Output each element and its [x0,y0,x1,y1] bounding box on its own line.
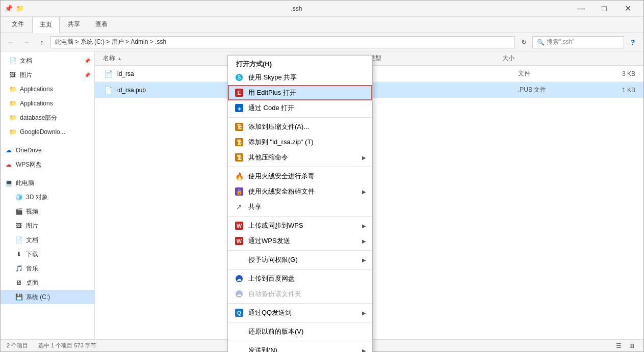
shred-icon: 🔒 [234,186,244,197]
tab-share[interactable]: 共享 [61,17,87,33]
ctx-item-baidu[interactable]: ☁ 上传到百度网盘 [228,271,372,286]
grid-view-button[interactable]: ⊞ [626,341,637,351]
folder3-icon: 📁 [9,114,17,122]
ctx-item-shred[interactable]: 🔒 使用火绒安全粉碎文件 ▶ [228,184,372,199]
qq-icon: Q [234,308,244,318]
sidebar-item-onedrive[interactable]: ☁ OneDrive [1,143,94,157]
ctx-item-compress-other[interactable]: 🗜 其他压缩命令 ▶ [228,150,372,165]
minimize-button[interactable]: — [569,1,593,17]
ctx-item-restore[interactable]: 还原以前的版本(V) [228,324,372,339]
sidebar-item-drive-c[interactable]: 💾 系统 (C:) [1,290,94,304]
compress-add-icon: 🗜 [234,122,244,132]
list-view-button[interactable]: ☰ [613,341,624,351]
this-pc-icon: 💻 [5,179,13,187]
window-controls: — □ ✕ [569,1,639,17]
desktop-icon: 🖥 [15,279,23,287]
baidu-icon: ☁ [234,274,244,284]
folder-icon: 📁 [16,5,24,13]
file-icon-id-rsa-pub: 📄 [103,85,113,95]
ribbon-tabs: 文件 主页 共享 查看 [1,17,643,33]
vscode-icon: ◈ [234,103,244,113]
maximize-button[interactable]: □ [593,1,616,17]
ctx-item-antivirus[interactable]: 🔥 使用火绒安全进行杀毒 [228,169,372,184]
tab-home[interactable]: 主页 [32,17,60,33]
qq-arrow: ▶ [362,310,366,316]
ctx-sep-4 [228,250,372,251]
ctx-item-wps-upload[interactable]: W 上传或同步到WPS ▶ [228,218,372,233]
svg-text:☁: ☁ [237,276,242,282]
ribbon: 文件 主页 共享 查看 [1,17,643,33]
sidebar-item-this-pc[interactable]: 💻 此电脑 [1,176,94,190]
sidebar-item-applications1[interactable]: 📁 Applications [1,82,94,96]
address-input[interactable]: 此电脑 > 系统 (C:) > 用户 > Admin > .ssh [50,36,515,48]
header-size[interactable]: 大小 [502,54,635,63]
ctx-item-editplus[interactable]: E 用 EditPlus 打开 [228,85,372,100]
ctx-label-send-to: 发送到(N) [248,346,358,352]
share-icon: ↗ [234,202,244,212]
sidebar-item-database[interactable]: 📁 database部分 [1,111,94,125]
sidebar-item-pic[interactable]: 🖼 图片 [1,219,94,233]
pictures-icon: 🖼 [9,71,17,79]
folder1-icon: 📁 [9,85,17,93]
context-menu: 打开方式(H) S 使用 Skype 共享 E 用 EditPlus 打开 ◈ … [227,55,373,352]
back-button[interactable]: ← [5,36,18,49]
skype-icon: S [234,72,244,83]
svg-text:E: E [238,90,241,96]
ctx-label-compress-other: 其他压缩命令 [248,153,358,162]
file-type-id-rsa-pub: .PUB 文件 [518,86,595,94]
search-box[interactable]: 🔍 搜索".ssh" [532,36,624,48]
ctx-item-access[interactable]: 授予访问权限(G) ▶ [228,252,372,267]
compress-other-arrow: ▶ [362,155,366,160]
doc-icon: 📄 [15,236,23,244]
sidebar-item-doc[interactable]: 📄 文档 [1,233,94,247]
close-button[interactable]: ✕ [616,1,639,17]
file-size-id-rsa: 3 KB [595,70,635,77]
ctx-item-compress-zip[interactable]: 🗜 添加到 "id_rsa.zip" (T) [228,134,372,150]
folder4-icon: 📁 [9,128,17,136]
ctx-item-share[interactable]: ↗ 共享 [228,199,372,214]
file-type-id-rsa: 文件 [518,69,595,78]
baidu-auto-icon: ☁ [234,289,244,299]
ctx-item-qq[interactable]: Q 通过QQ发送到 ▶ [228,305,372,320]
forward-button[interactable]: → [20,36,33,49]
svg-text:S: S [237,74,241,80]
sidebar-item-applications2[interactable]: 📁 Applications [1,96,94,111]
ctx-item-compress-add[interactable]: 🗜 添加到压缩文件(A)... [228,119,372,134]
svg-text:🗜: 🗜 [237,124,242,130]
ctx-item-send-to[interactable]: 发送到(N) ▶ [228,343,372,352]
svg-text:◈: ◈ [238,106,241,111]
header-type[interactable]: 类型 [369,54,502,63]
tab-file[interactable]: 文件 [5,17,31,33]
up-button[interactable]: ↑ [35,36,48,49]
ctx-item-code[interactable]: ◈ 通过 Code 打开 [228,100,372,116]
sidebar-item-music[interactable]: 🎵 音乐 [1,261,94,276]
access-arrow: ▶ [362,257,366,263]
folder2-icon: 📁 [9,99,17,107]
sidebar-item-documents[interactable]: 📄 文档 📌 [1,53,94,68]
tab-view[interactable]: 查看 [88,17,115,33]
svg-text:🔒: 🔒 [236,188,243,195]
ctx-item-skype[interactable]: S 使用 Skype 共享 [228,70,372,85]
sidebar-item-download[interactable]: ⬇ 下载 [1,247,94,261]
ctx-label-share: 共享 [248,202,366,211]
header-name[interactable]: 名称 ▲ [103,54,236,63]
sidebar-item-3d[interactable]: 🧊 3D 对象 [1,190,94,204]
music-icon: 🎵 [15,264,23,273]
sidebar-item-google[interactable]: 📁 GoogleDownlo... [1,125,94,139]
send-to-arrow: ▶ [362,348,366,353]
help-button[interactable]: ? [626,36,639,49]
ctx-header: 打开方式(H) [228,58,372,70]
ctx-item-wps-send[interactable]: W 通过WPS发送 ▶ [228,233,372,249]
ctx-sep-3 [228,216,372,216]
sidebar-item-desktop[interactable]: 🖥 桌面 [1,276,94,290]
title-bar: 📌 📁 .ssh — □ ✕ [1,1,643,17]
sidebar: 📄 文档 📌 🖼 图片 📌 📁 Applications 📁 Applicati… [1,51,95,339]
ctx-label-editplus: 用 EditPlus 打开 [248,88,366,97]
sidebar-item-wps[interactable]: ☁ WPS网盘 [1,157,94,172]
refresh-button[interactable]: ↻ [517,36,530,49]
sidebar-item-video[interactable]: 🎬 视频 [1,204,94,219]
pic-icon: 🖼 [15,222,23,230]
ctx-label-antivirus: 使用火绒安全进行杀毒 [248,172,366,181]
download-icon: ⬇ [15,250,23,258]
sidebar-item-pictures[interactable]: 🖼 图片 📌 [1,68,94,82]
